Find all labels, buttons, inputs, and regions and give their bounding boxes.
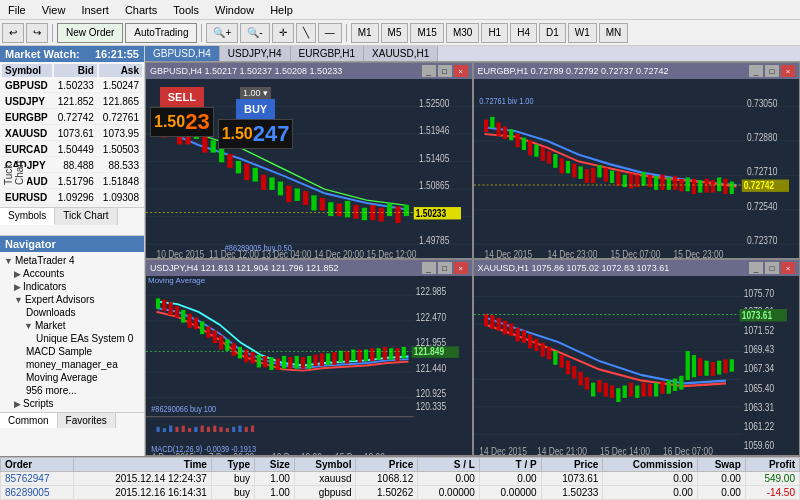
toolbar-period-mn[interactable]: MN <box>599 23 629 43</box>
nav-item[interactable]: ▼MetaTrader 4 <box>2 254 142 267</box>
svg-text:15 Dec 23:00: 15 Dec 23:00 <box>673 248 723 258</box>
mw-tab-symbols[interactable]: Symbols <box>0 208 55 225</box>
order-row[interactable]: 85762947 2015.12.14 12:24:37 buy 1.00 xa… <box>1 472 800 486</box>
svg-rect-204 <box>503 321 506 333</box>
chart-tab-gbpusd[interactable]: GBPUSD,H4 <box>145 46 220 61</box>
nav-item-label: Market <box>35 320 66 331</box>
toolbar-zoom-out[interactable]: 🔍- <box>240 23 269 43</box>
toolbar-hline[interactable]: — <box>318 23 342 43</box>
svg-rect-141 <box>289 358 292 368</box>
svg-text:0.72742: 0.72742 <box>743 179 774 191</box>
chart-tab-eurgbp[interactable]: EURGBP,H1 <box>291 46 365 61</box>
mw-tab-tick[interactable]: Tick Chart <box>55 208 117 225</box>
charts-grid: GBPUSD,H4 1.50217 1.50237 1.50208 1.5023… <box>145 62 800 456</box>
nav-item[interactable]: Unique EAs System 0 <box>32 332 142 345</box>
nav-item[interactable]: money_manager_ea <box>22 358 142 371</box>
chart-eurgbp-maximize[interactable]: □ <box>765 65 779 77</box>
svg-text:4 Dec 2015: 4 Dec 2015 <box>151 453 194 455</box>
usdjpy-indicator-label: Moving Average <box>148 276 205 285</box>
nav-tab-common[interactable]: Common <box>0 413 58 428</box>
mw-row[interactable]: GBPUSD1.502331.50247 <box>2 79 142 93</box>
svg-rect-138 <box>270 358 273 370</box>
svg-rect-215 <box>572 367 575 378</box>
new-order-button[interactable]: New Order <box>57 23 123 43</box>
svg-rect-120 <box>157 299 160 308</box>
chart-usdjpy-close[interactable]: × <box>454 262 468 274</box>
mw-row[interactable]: USDJPY121.852121.865 <box>2 95 142 109</box>
col-order: Order <box>1 458 74 472</box>
toolbar-period-m15[interactable]: M15 <box>410 23 443 43</box>
nav-tab-favorites[interactable]: Favorites <box>58 413 116 428</box>
toolbar-line[interactable]: ╲ <box>296 23 316 43</box>
svg-rect-31 <box>320 199 324 210</box>
chart-gbpusd-minimize[interactable]: _ <box>422 65 436 77</box>
mw-row[interactable]: EURCAD1.504491.50503 <box>2 143 142 157</box>
left-panel: Market Watch: 16:21:55 Symbol Bid Ask GB… <box>0 46 145 456</box>
svg-rect-25 <box>270 178 274 189</box>
svg-rect-32 <box>329 203 333 215</box>
svg-rect-230 <box>667 381 670 393</box>
menu-help[interactable]: Help <box>262 2 301 18</box>
nav-item[interactable]: Moving Average <box>22 371 142 384</box>
nav-item[interactable]: ▼Expert Advisors <box>12 293 142 306</box>
buy-button[interactable]: BUY <box>236 99 275 119</box>
mw-row[interactable]: XAUUSD1073.611073.95 <box>2 127 142 141</box>
toolbar-btn-1[interactable]: ↩ <box>2 23 24 43</box>
toolbar-zoom-in[interactable]: 🔍+ <box>206 23 238 43</box>
nav-item[interactable]: ▶Scripts <box>12 397 142 410</box>
menu-file[interactable]: File <box>0 2 34 18</box>
chart-tab-xauusd[interactable]: XAUUSD,H1 <box>364 46 438 61</box>
svg-text:1.51946: 1.51946 <box>419 124 450 136</box>
chart-usdjpy-body[interactable]: Moving Average 122.985 122.470 121.955 1… <box>146 276 472 455</box>
mw-row[interactable]: EURGBP0.727420.72761 <box>2 111 142 125</box>
chart-xauusd-close[interactable]: × <box>781 262 795 274</box>
nav-item[interactable]: 956 more... <box>22 384 142 397</box>
menu-window[interactable]: Window <box>207 2 262 18</box>
menu-tools[interactable]: Tools <box>165 2 207 18</box>
svg-text:13 Dec 04:00: 13 Dec 04:00 <box>262 248 312 258</box>
sell-button[interactable]: SELL <box>160 87 204 107</box>
menu-view[interactable]: View <box>34 2 74 18</box>
nav-item[interactable]: ▶Accounts <box>12 267 142 280</box>
chart-eurgbp-body[interactable]: 0.73050 0.72880 0.72710 0.72540 0.72370 <box>474 79 800 258</box>
svg-rect-174 <box>213 426 216 432</box>
toolbar-period-h4[interactable]: H4 <box>510 23 537 43</box>
chart-usdjpy-titlebar: USDJPY,H4 121.813 121.904 121.796 121.85… <box>146 260 472 276</box>
toolbar-period-m1[interactable]: M1 <box>351 23 379 43</box>
chart-xauusd-minimize[interactable]: _ <box>749 262 763 274</box>
toolbar-period-m30[interactable]: M30 <box>446 23 479 43</box>
chart-usdjpy-minimize[interactable]: _ <box>422 262 436 274</box>
toolbar-period-w1[interactable]: W1 <box>568 23 597 43</box>
chart-xauusd-body[interactable]: 1075.70 1073.61 1071.52 1069.43 1067.34 … <box>474 276 800 455</box>
toolbar-period-d1[interactable]: D1 <box>539 23 566 43</box>
toolbar-period-h1[interactable]: H1 <box>481 23 508 43</box>
chart-tab-usdjpy[interactable]: USDJPY,H4 <box>220 46 291 61</box>
chart-usdjpy-maximize[interactable]: □ <box>438 262 452 274</box>
nav-item[interactable]: Downloads <box>22 306 142 319</box>
market-watch-tabs: Symbols Tick Chart <box>0 207 144 225</box>
svg-rect-40 <box>396 207 400 222</box>
menu-charts[interactable]: Charts <box>117 2 165 18</box>
toolbar-btn-2[interactable]: ↪ <box>26 23 48 43</box>
chart-gbpusd-body[interactable]: SELL 1.50 23 1.00 ▾ BUY 1.50 247 <box>146 79 472 258</box>
mw-row[interactable]: EURUSD1.092961.09308 <box>2 191 142 205</box>
toolbar-crosshair[interactable]: ✛ <box>272 23 294 43</box>
chart-gbpusd-close[interactable]: × <box>454 65 468 77</box>
nav-item[interactable]: ▼Market <box>22 319 142 332</box>
svg-text:121.849: 121.849 <box>414 347 444 358</box>
toolbar-period-m5[interactable]: M5 <box>381 23 409 43</box>
chart-eurgbp-minimize[interactable]: _ <box>749 65 763 77</box>
menu-insert[interactable]: Insert <box>73 2 117 18</box>
nav-item[interactable]: MACD Sample <box>22 345 142 358</box>
auto-trading-button[interactable]: AutoTrading <box>125 23 197 43</box>
order-row[interactable]: 86289005 2015.12.16 16:14:31 buy 1.00 gb… <box>1 486 800 500</box>
chart-gbpusd-maximize[interactable]: □ <box>438 65 452 77</box>
svg-rect-63 <box>497 123 500 135</box>
chart-xauusd-maximize[interactable]: □ <box>765 262 779 274</box>
nav-item[interactable]: ▶Indicators <box>12 280 142 293</box>
svg-rect-77 <box>585 170 588 182</box>
svg-rect-89 <box>660 175 663 189</box>
chart-eurgbp-close[interactable]: × <box>781 65 795 77</box>
sell-price-big: 23 <box>185 109 209 135</box>
svg-rect-146 <box>320 354 323 366</box>
